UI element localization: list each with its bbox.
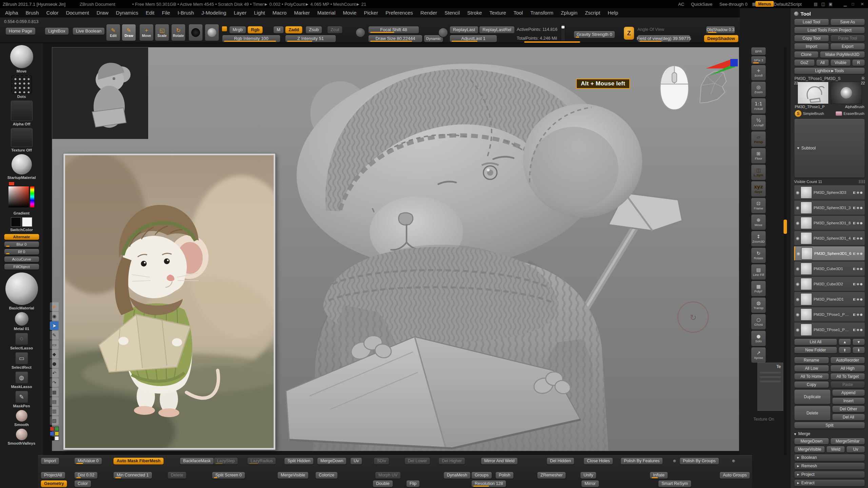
del-all-button[interactable]: Del All <box>832 414 865 421</box>
rotate-mode-button[interactable]: ↻Rotate <box>171 24 185 41</box>
dock-delete-button[interactable]: Delete <box>167 472 186 479</box>
dock-mergevisible-button[interactable]: MergeVisible <box>277 472 309 479</box>
dock-zremesher-button[interactable]: ZRemesher <box>537 472 566 479</box>
shelf-vertical-slider[interactable] <box>561 23 565 41</box>
perspective-toggle[interactable]: ▱Persp <box>751 131 766 147</box>
subtool-down-button[interactable]: ▼ <box>852 339 865 345</box>
shelf-resize-handle[interactable] <box>524 41 580 43</box>
subtool-up-button[interactable]: ▲ <box>839 339 851 345</box>
deep-shadow-button[interactable]: DeepShadow <box>704 35 738 42</box>
subtool-row-icons[interactable]: ◧◉● <box>853 206 863 209</box>
list-all-button[interactable]: List All <box>794 339 837 345</box>
pencil-icon[interactable]: ✎ <box>50 331 59 340</box>
menu-tool[interactable]: Tool <box>510 10 527 16</box>
subtool-section-header[interactable]: ▾Subtool <box>794 119 865 178</box>
dock-resolution-slider[interactable]: Resolution 128 <box>471 480 506 487</box>
paint-color-chip[interactable] <box>222 26 227 32</box>
menu-alpha[interactable]: Alpha <box>1 10 22 16</box>
goz-all-button[interactable]: All <box>816 59 829 66</box>
menu-dynamics[interactable]: Dynamics <box>112 10 142 16</box>
bpr-render-button[interactable]: BPR <box>751 47 766 55</box>
subtool-row-icons[interactable]: ◧◉● <box>853 282 863 286</box>
goz-button[interactable]: GoZ <box>794 59 815 66</box>
focal-shift-slider[interactable]: Focal Shift 48 <box>368 26 419 34</box>
menu-document[interactable]: Document <box>62 10 93 16</box>
load-tools-from-project-button[interactable]: Load Tools From Project <box>794 27 865 34</box>
import-tool-button[interactable]: Import <box>794 43 829 50</box>
menu-help[interactable]: Help <box>604 10 622 16</box>
rf-slider[interactable]: Rf 0 <box>4 249 39 255</box>
white-swatch[interactable] <box>55 436 59 441</box>
green-swatch[interactable] <box>55 427 59 431</box>
select-lasso-thumbnail[interactable]: ◌ <box>15 333 28 345</box>
menu-stroke[interactable]: Stroke <box>463 10 486 16</box>
save-as-button[interactable]: Save As <box>830 19 865 25</box>
paste-tool-button[interactable]: Paste Tool <box>830 35 865 42</box>
dock-min-connected-slider[interactable]: Min Connected 1 <box>113 472 152 479</box>
obj-shadow-slider[interactable]: ObjShadow 0.3 <box>706 26 735 34</box>
subtool-row-sphere3d3[interactable]: ◉PM3D_Sphere3D3◧◉● <box>794 185 865 200</box>
m-button[interactable]: M <box>273 26 284 34</box>
eye-icon[interactable]: ◉ <box>796 236 799 241</box>
select-rect-thumbnail[interactable]: ▭ <box>15 352 28 364</box>
subtool-row-cube3d1[interactable]: ◉PM3D_Cube3D1◧◉● <box>794 261 865 276</box>
palette-icon[interactable]: ▤ <box>814 2 817 6</box>
menu-picker[interactable]: Picker <box>360 10 382 16</box>
menu-ibrush[interactable]: I-Brush <box>174 10 198 16</box>
menu-transform[interactable]: Transform <box>527 10 557 16</box>
menu-edit[interactable]: Edit <box>142 10 158 16</box>
home-page-button[interactable]: Home Page <box>5 27 36 35</box>
dock-sdiv-slider[interactable]: SDiv <box>374 458 389 465</box>
weld-toggle[interactable]: Weld <box>826 446 845 453</box>
dock-auto-groups-button[interactable]: Auto Groups <box>719 472 750 479</box>
dock-uv-button[interactable]: Uv <box>350 458 362 465</box>
document-canvas[interactable]: ↻ <box>52 47 739 451</box>
make-polymesh3d-button[interactable]: Make PolyMesh3D <box>820 51 865 58</box>
dock-mergedown-button[interactable]: MergeDown <box>317 458 347 465</box>
list-scroll-ticks[interactable] <box>859 180 865 183</box>
mergevisible-button[interactable]: MergeVisible <box>794 446 825 453</box>
dock-split-screen-slider[interactable]: Split Screen 0 <box>212 472 245 479</box>
split-button[interactable]: Split <box>794 422 865 429</box>
undo-icon[interactable]: ↶ <box>50 369 59 378</box>
tray-scroll-track[interactable] <box>784 47 787 455</box>
eye-icon[interactable]: ◉ <box>796 251 800 256</box>
layout-icon[interactable]: ◫ <box>821 2 825 6</box>
boolean-section-header[interactable]: ▸Boolean <box>794 454 865 461</box>
dock-double-toggle[interactable]: Double <box>373 480 393 487</box>
uv-toggle[interactable]: Uv <box>846 446 865 453</box>
mrgb-button[interactable]: Mrgb <box>229 26 246 34</box>
subtool-row-icons[interactable]: ◧◉● <box>853 267 863 270</box>
spix-slider[interactable]: SPix 3 <box>751 56 766 64</box>
mask-pen-thumbnail[interactable]: ✎ <box>15 391 28 403</box>
cursor-select-icon[interactable]: ➤ <box>50 321 59 330</box>
menu-light[interactable]: Light <box>250 10 269 16</box>
menu-zscript[interactable]: Zscript <box>581 10 604 16</box>
subtool-row-cube3d2[interactable]: ◉PM3D_Cube3D2◧◉● <box>794 277 865 291</box>
menu-material[interactable]: Material <box>314 10 339 16</box>
yellow-swatch[interactable] <box>55 431 59 436</box>
extract-section-header[interactable]: ▸Extract <box>794 480 865 487</box>
subtool-row-sphere3d1-4[interactable]: ◉PM3D_Sphere3D1_4◧◉● <box>794 231 865 245</box>
dock-inflate-slider[interactable]: Inflate <box>650 472 668 479</box>
visibility-eye-icon[interactable]: ◉ <box>50 312 59 321</box>
frame-button[interactable]: ⊡Frame <box>751 198 766 214</box>
del-other-button[interactable]: Del Other <box>832 406 865 412</box>
move-brush-thumbnail[interactable] <box>10 45 33 68</box>
subtool-row-tpose-sphere3-b[interactable]: ◉PM3D_TPose1_PM3D_Sphere3◧◉● <box>794 322 865 337</box>
polish-groups-toggle-dot[interactable] <box>732 459 735 463</box>
lightbox-tools-button[interactable]: Lightbox►Tools <box>794 67 865 74</box>
eye-icon[interactable]: ◉ <box>796 266 799 271</box>
metal-material-thumbnail[interactable] <box>15 312 28 326</box>
all-low-button[interactable]: All Low <box>794 365 829 372</box>
move-view-button[interactable]: ⊕Move <box>751 214 766 230</box>
trash-icon[interactable]: ▦ <box>50 388 59 396</box>
rotate-view-button[interactable]: ↻Rotate <box>751 247 766 263</box>
move-mode-button[interactable]: +Move <box>139 24 154 41</box>
eye-icon[interactable]: ◉ <box>796 297 799 302</box>
draw-mode-button[interactable]: ✎Draw <box>122 24 136 41</box>
blue-swatch[interactable] <box>50 431 54 436</box>
black-swatch[interactable] <box>50 436 54 441</box>
folder-down-button[interactable]: ⬇ <box>852 347 865 353</box>
eye-icon[interactable]: ◉ <box>796 190 799 195</box>
